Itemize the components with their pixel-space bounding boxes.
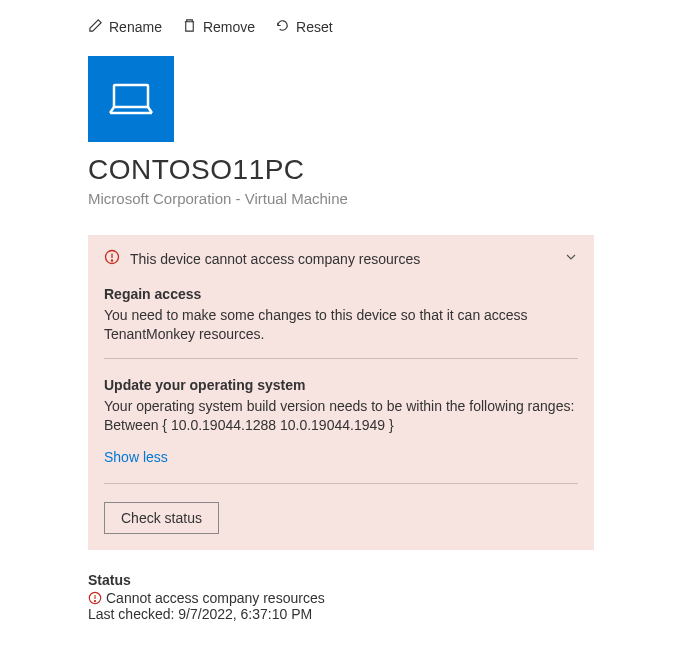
- svg-point-6: [94, 600, 95, 601]
- regain-access-heading: Regain access: [104, 286, 578, 302]
- chevron-down-icon: [564, 250, 578, 267]
- rename-label: Rename: [109, 19, 162, 35]
- device-subtitle: Microsoft Corporation - Virtual Machine: [88, 190, 594, 207]
- pencil-icon: [88, 18, 103, 36]
- status-line: Cannot access company resources: [88, 590, 594, 606]
- regain-access-text: You need to make some changes to this de…: [104, 306, 578, 344]
- check-status-button[interactable]: Check status: [104, 502, 219, 534]
- alert-title: This device cannot access company resour…: [130, 251, 554, 267]
- status-heading: Status: [88, 572, 594, 588]
- divider: [104, 483, 578, 484]
- show-less-link[interactable]: Show less: [104, 449, 578, 465]
- device-name: CONTOSO11PC: [88, 154, 594, 186]
- compliance-alert: This device cannot access company resour…: [88, 235, 594, 550]
- update-os-heading: Update your operating system: [104, 377, 578, 393]
- alert-header[interactable]: This device cannot access company resour…: [104, 249, 578, 268]
- error-icon: [104, 249, 120, 268]
- svg-rect-0: [114, 85, 148, 107]
- trash-icon: [182, 18, 197, 36]
- error-icon: [88, 591, 102, 605]
- status-message: Cannot access company resources: [106, 590, 325, 606]
- device-icon: [88, 56, 174, 142]
- reset-button[interactable]: Reset: [275, 18, 333, 36]
- status-last-checked: Last checked: 9/7/2022, 6:37:10 PM: [88, 606, 594, 622]
- divider: [104, 358, 578, 359]
- toolbar: Rename Remove Reset: [88, 18, 594, 36]
- svg-point-3: [111, 260, 112, 261]
- rename-button[interactable]: Rename: [88, 18, 162, 36]
- remove-label: Remove: [203, 19, 255, 35]
- reset-label: Reset: [296, 19, 333, 35]
- status-section: Status Cannot access company resources L…: [88, 572, 594, 622]
- update-os-text: Your operating system build version need…: [104, 397, 578, 435]
- reset-icon: [275, 18, 290, 36]
- remove-button[interactable]: Remove: [182, 18, 255, 36]
